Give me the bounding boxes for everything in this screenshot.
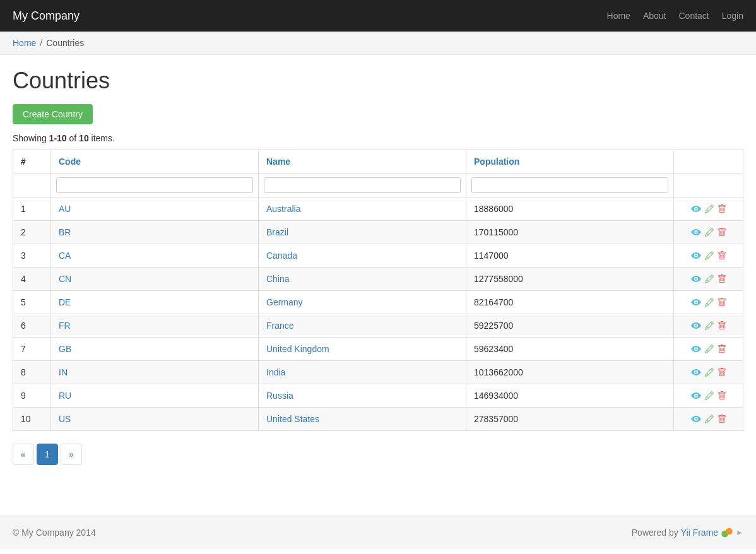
delete-button[interactable] [718, 274, 726, 283]
cell-code: FR [51, 314, 259, 338]
col-code[interactable]: Code [51, 150, 259, 174]
footer-powered-text: Powered by [632, 527, 678, 538]
cell-population: 278357000 [466, 408, 674, 431]
cell-actions [674, 314, 743, 338]
table-row: 9RURussia146934000 [13, 384, 743, 408]
view-button[interactable] [691, 204, 701, 214]
table-row: 1AUAustralia18886000 [13, 197, 743, 221]
delete-button[interactable] [718, 321, 726, 330]
delete-button[interactable] [718, 298, 726, 307]
nav-contact[interactable]: Contact [678, 11, 709, 21]
breadcrumb-current: Countries [46, 38, 84, 48]
table-row: 3CACanada1147000 [13, 244, 743, 268]
view-button[interactable] [691, 274, 701, 284]
view-button[interactable] [691, 227, 701, 237]
view-button[interactable] [691, 250, 701, 261]
cell-population: 170115000 [466, 221, 674, 244]
filter-name-input[interactable] [264, 177, 461, 193]
filter-row [13, 174, 743, 197]
nav-home[interactable]: Home [607, 11, 630, 21]
nav-menu: Home About Contact Login [607, 11, 743, 21]
footer-framework-link[interactable]: Yii Frame [681, 527, 718, 538]
table-header-row: # Code Name Population [13, 150, 743, 174]
view-button[interactable] [691, 321, 701, 331]
col-name[interactable]: Name [259, 150, 466, 174]
edit-button[interactable] [705, 228, 714, 237]
cell-code: CA [51, 244, 259, 268]
cell-code: IN [51, 361, 259, 384]
edit-button[interactable] [705, 204, 714, 213]
table-row: 4CNChina1277558000 [13, 268, 743, 291]
brand-logo[interactable]: My Company [13, 9, 80, 23]
edit-button[interactable] [705, 298, 714, 307]
cell-name: United States [259, 408, 466, 431]
cell-name: Australia [259, 197, 466, 221]
breadcrumb-separator: / [40, 38, 42, 48]
nav-about[interactable]: About [643, 11, 666, 21]
cell-name: Canada [259, 244, 466, 268]
cell-actions [674, 244, 743, 268]
pagination-page-1[interactable]: 1 [37, 444, 58, 465]
cell-name: Russia [259, 384, 466, 408]
cell-actions [674, 338, 743, 361]
delete-button[interactable] [718, 415, 726, 423]
table-body: 1AUAustralia188860002BRBrazil1701150003C… [13, 197, 743, 431]
cell-num: 8 [13, 361, 51, 384]
delete-button[interactable] [718, 228, 726, 237]
cell-name: United Kingdom [259, 338, 466, 361]
col-num[interactable]: # [13, 150, 51, 174]
pagination: « 1 » [13, 444, 743, 465]
yii-logo-icon [721, 526, 733, 539]
edit-button[interactable] [705, 368, 714, 377]
cell-actions [674, 361, 743, 384]
delete-button[interactable] [718, 368, 726, 377]
cell-actions [674, 384, 743, 408]
table-row: 2BRBrazil170115000 [13, 221, 743, 244]
view-button[interactable] [691, 414, 701, 424]
cell-actions [674, 268, 743, 291]
delete-button[interactable] [718, 391, 726, 400]
cell-name: China [259, 268, 466, 291]
table-row: 10USUnited States278357000 [13, 408, 743, 431]
edit-button[interactable] [705, 274, 714, 283]
create-country-button[interactable]: Create Country [13, 104, 93, 124]
cell-num: 2 [13, 221, 51, 244]
edit-button[interactable] [705, 251, 714, 260]
cell-population: 1147000 [466, 244, 674, 268]
cell-num: 3 [13, 244, 51, 268]
cell-actions [674, 291, 743, 314]
cell-population: 18886000 [466, 197, 674, 221]
delete-button[interactable] [718, 251, 726, 260]
view-button[interactable] [691, 344, 701, 354]
edit-button[interactable] [705, 415, 714, 423]
scroll-right-icon: ► [736, 528, 743, 537]
pagination-next[interactable]: » [61, 444, 82, 465]
cell-name: France [259, 314, 466, 338]
footer: © My Company 2014 Powered by Yii Frame ► [0, 516, 756, 549]
view-button[interactable] [691, 297, 701, 307]
table-row: 8INIndia1013662000 [13, 361, 743, 384]
cell-population: 59225700 [466, 314, 674, 338]
pagination-prev[interactable]: « [13, 444, 34, 465]
filter-population-input[interactable] [471, 177, 668, 193]
col-population[interactable]: Population [466, 150, 674, 174]
view-button[interactable] [691, 391, 701, 401]
delete-button[interactable] [718, 204, 726, 213]
edit-button[interactable] [705, 345, 714, 353]
cell-population: 82164700 [466, 291, 674, 314]
countries-table: # Code Name Population 1AUA [13, 150, 743, 431]
edit-button[interactable] [705, 391, 714, 400]
cell-code: BR [51, 221, 259, 244]
cell-population: 146934000 [466, 384, 674, 408]
view-button[interactable] [691, 367, 701, 377]
nav-login[interactable]: Login [722, 11, 743, 21]
cell-actions [674, 197, 743, 221]
edit-button[interactable] [705, 321, 714, 330]
delete-button[interactable] [718, 345, 726, 353]
table-row: 6FRFrance59225700 [13, 314, 743, 338]
filter-population-cell [466, 174, 674, 197]
breadcrumb-home[interactable]: Home [13, 38, 36, 48]
breadcrumb-bar: Home / Countries [0, 32, 756, 55]
cell-population: 59623400 [466, 338, 674, 361]
filter-code-input[interactable] [56, 177, 253, 193]
